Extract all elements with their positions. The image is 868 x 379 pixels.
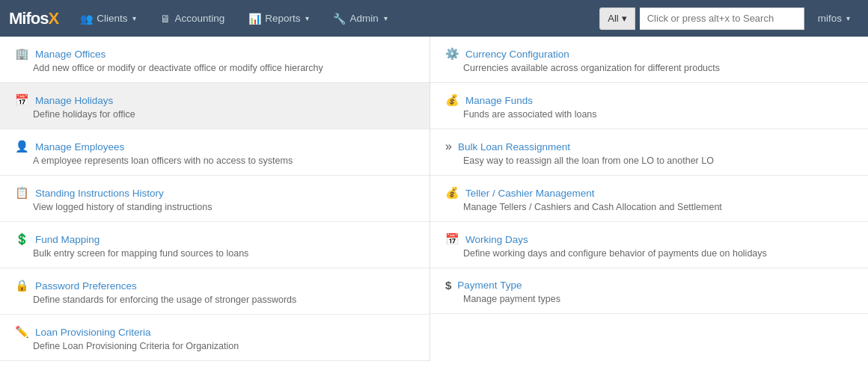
fund-mapping-title: Fund Mapping <box>35 234 100 245</box>
menu-item-standing-instructions[interactable]: 📋 Standing Instructions History View log… <box>0 176 430 222</box>
loan-provisioning-desc: Define Loan Provisioning Criteria for Or… <box>15 341 415 351</box>
loan-provisioning-icon: ✏️ <box>15 325 29 339</box>
fund-mapping-desc: Bulk entry screen for mapping fund sourc… <box>15 248 415 259</box>
payment-type-title: Payment Type <box>457 280 522 291</box>
password-desc: Define standards for enforcing the usage… <box>15 295 415 305</box>
navbar-right: All ▾ mifos ▾ <box>599 0 859 37</box>
brand-x: X <box>48 9 59 28</box>
reports-icon: 📊 <box>248 13 261 25</box>
nav-reports-label: Reports <box>265 13 300 24</box>
loan-provisioning-title: Loan Provisioning Criteria <box>35 327 151 338</box>
main-content: 🏢 Manage Offices Add new office or modif… <box>0 37 868 361</box>
offices-desc: Add new office or modify or deactivate o… <box>15 63 415 73</box>
user-label: mifos <box>818 13 842 24</box>
bulk-loan-icon: » <box>445 140 452 153</box>
menu-item-manage-holidays[interactable]: 📅 Manage Holidays Define holidays for of… <box>0 83 430 129</box>
admin-icon: 🔧 <box>333 13 346 25</box>
user-caret-icon: ▾ <box>846 14 850 22</box>
user-menu[interactable]: mifos ▾ <box>809 0 859 37</box>
nav-accounting[interactable]: 🖥 Accounting <box>150 0 235 37</box>
working-days-desc: Define working days and configure behavi… <box>445 248 853 259</box>
brand-name: Mifos <box>9 9 48 28</box>
navbar: Mifos X 👥 Clients ▾ 🖥 Accounting 📊 Repor… <box>0 0 868 37</box>
left-panel: 🏢 Manage Offices Add new office or modif… <box>0 37 430 361</box>
standing-instructions-desc: View logged history of standing instruct… <box>15 202 415 212</box>
reports-caret-icon: ▾ <box>305 14 309 22</box>
currency-desc: Currencies available across organization… <box>445 63 853 73</box>
clients-icon: 👥 <box>80 13 93 25</box>
menu-item-teller[interactable]: 💰 Teller / Cashier Management Manage Tel… <box>430 176 868 222</box>
right-panel: ⚙️ Currency Configuration Currencies ava… <box>430 37 868 361</box>
clients-caret-icon: ▾ <box>132 14 136 22</box>
standing-instructions-icon: 📋 <box>15 186 29 200</box>
brand-logo[interactable]: Mifos X <box>9 9 59 28</box>
menu-item-manage-offices[interactable]: 🏢 Manage Offices Add new office or modif… <box>0 37 430 83</box>
bulk-loan-title: Bulk Loan Reassignment <box>458 141 570 152</box>
employees-desc: A employee represents loan officers with… <box>15 155 415 166</box>
working-days-title: Working Days <box>465 234 528 245</box>
nav-reports[interactable]: 📊 Reports ▾ <box>238 0 320 37</box>
currency-icon: ⚙️ <box>445 47 459 61</box>
accounting-icon: 🖥 <box>160 13 171 25</box>
menu-item-payment-type[interactable]: $ Payment Type Manage payment types <box>430 268 868 314</box>
nav-clients[interactable]: 👥 Clients ▾ <box>70 0 147 37</box>
menu-item-fund-mapping[interactable]: 💲 Fund Mapping Bulk entry screen for map… <box>0 222 430 268</box>
teller-desc: Manage Tellers / Cashiers and Cash Alloc… <box>445 202 853 212</box>
bulk-loan-desc: Easy way to reassign all the loan from o… <box>445 155 853 166</box>
search-all-caret-icon: ▾ <box>622 13 627 24</box>
working-days-icon: 📅 <box>445 232 459 246</box>
menu-item-working-days[interactable]: 📅 Working Days Define working days and c… <box>430 222 868 268</box>
holidays-title: Manage Holidays <box>35 95 113 106</box>
menu-item-password-preferences[interactable]: 🔒 Password Preferences Define standards … <box>0 268 430 315</box>
holidays-icon: 📅 <box>15 93 29 107</box>
search-all-button[interactable]: All ▾ <box>599 7 635 30</box>
manage-funds-desc: Funds are associated with loans <box>445 109 853 120</box>
payment-type-icon: $ <box>445 279 451 292</box>
nav-admin[interactable]: 🔧 Admin ▾ <box>323 0 397 37</box>
menu-item-manage-funds[interactable]: 💰 Manage Funds Funds are associated with… <box>430 83 868 129</box>
teller-icon: 💰 <box>445 186 459 200</box>
employees-title: Manage Employees <box>35 141 124 152</box>
holidays-desc: Define holidays for office <box>15 109 415 120</box>
menu-item-bulk-loan[interactable]: » Bulk Loan Reassignment Easy way to rea… <box>430 129 868 176</box>
nav-accounting-label: Accounting <box>174 13 224 24</box>
fund-mapping-icon: 💲 <box>15 232 29 246</box>
payment-type-desc: Manage payment types <box>445 294 853 304</box>
search-input[interactable] <box>640 7 804 30</box>
standing-instructions-title: Standing Instructions History <box>35 188 164 199</box>
teller-title: Teller / Cashier Management <box>465 188 595 199</box>
employees-icon: 👤 <box>15 140 29 153</box>
manage-funds-icon: 💰 <box>445 93 459 107</box>
password-title: Password Preferences <box>35 280 137 292</box>
offices-title: Manage Offices <box>35 49 106 60</box>
menu-item-currency-config[interactable]: ⚙️ Currency Configuration Currencies ava… <box>430 37 868 83</box>
menu-item-loan-provisioning[interactable]: ✏️ Loan Provisioning Criteria Define Loa… <box>0 315 430 361</box>
currency-title: Currency Configuration <box>465 49 569 60</box>
menu-item-manage-employees[interactable]: 👤 Manage Employees A employee represents… <box>0 129 430 176</box>
nav-admin-label: Admin <box>349 13 378 24</box>
admin-caret-icon: ▾ <box>384 14 388 22</box>
offices-icon: 🏢 <box>15 47 29 61</box>
manage-funds-title: Manage Funds <box>465 95 533 106</box>
password-icon: 🔒 <box>15 279 29 292</box>
nav-clients-label: Clients <box>97 13 127 24</box>
